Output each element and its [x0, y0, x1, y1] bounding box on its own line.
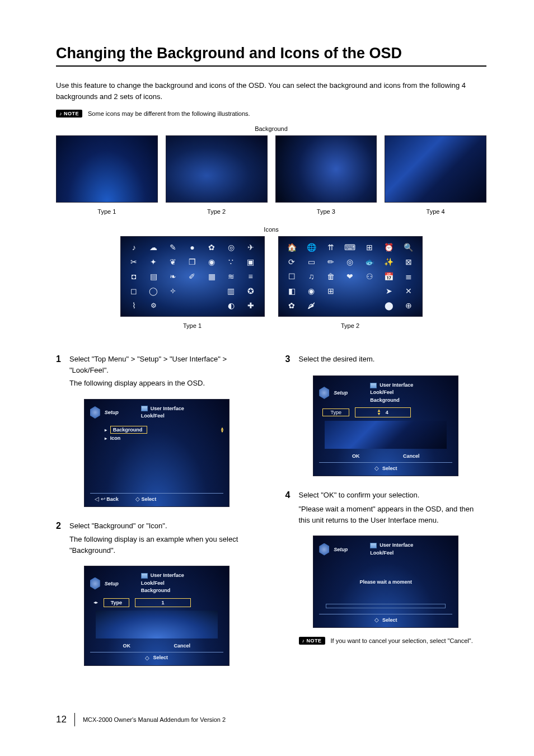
footer-divider: [74, 713, 75, 726]
setup-icon: [90, 577, 100, 590]
osd-screenshot-1: Setup User Interface Look/Feel Backgroun…: [84, 399, 229, 507]
osd-preview-1: [96, 611, 218, 638]
left-column: 1 Select "Top Menu" > "Setup" > "User In…: [56, 354, 257, 668]
osd-cancel-1: Cancel: [174, 643, 190, 649]
step-3: 3 Select the desired item.: [285, 354, 487, 365]
osd-lookfeel-label: Look/Feel: [141, 412, 184, 420]
osd-lookfeel-label-3: Look/Feel: [370, 389, 413, 397]
step-1-num: 1: [56, 354, 64, 375]
bg-type-4-label: Type 4: [427, 208, 445, 215]
bg-type-1: Type 1: [56, 135, 158, 215]
step-1: 1 Select "Top Menu" > "Setup" > "User In…: [56, 354, 257, 389]
footer-text: MCX-2000 Owner's Manual Addendum for Ver…: [83, 716, 226, 723]
bg-type-3-label: Type 3: [317, 208, 335, 215]
icons-label: Icons: [56, 226, 486, 233]
ui-icon: [141, 406, 148, 411]
osd-select-2: Select: [153, 655, 168, 660]
note-line-1: NOTE Some icons may be different from th…: [56, 110, 486, 118]
osd-select-3: Select: [382, 466, 397, 471]
osd-cancel-3: Cancel: [403, 453, 420, 459]
step-1-text: Select "Top Menu" > "Setup" > "User Inte…: [69, 354, 257, 375]
background-thumbnails-row: Type 1 Type 2 Type 3 Type 4: [56, 135, 486, 215]
icon-set-1-label: Type 1: [183, 322, 202, 329]
osd-screenshot-3: Setup User Interface Look/Feel Backgroun…: [313, 375, 458, 477]
icon-grid-2: 🏠🌐⇈⌨⊞⏰🔍 ⟳▭✏◎🐟✨⊠ ☐♫🗑❤⚇📅≣ ◧◉⊞➤✕ ✿🌶⬤⊕: [278, 236, 423, 317]
ui-icon: [370, 543, 377, 548]
osd-select-label: Select: [142, 496, 157, 502]
step-4-sub: "Please wait a moment" appears in the OS…: [299, 504, 487, 525]
bg-type-3: Type 3: [275, 135, 377, 215]
osd-ui-label-4: User Interface: [380, 542, 413, 550]
osd-setup-label: Setup: [105, 410, 119, 415]
bg-type-1-label: Type 1: [97, 208, 116, 215]
osd-screenshot-2: Setup User Interface Look/Feel Backgroun…: [84, 566, 229, 666]
note-icon: NOTE: [299, 637, 325, 645]
bg-type-2-label: Type 2: [207, 208, 226, 215]
icon-set-1: ♪☁✎●✿◎✈ ✂✦❦❒◉∵▣ ◘▤❧✐▦≋≡ ◻◯✧▥✪ ⌇⚙◐✚ Type …: [120, 236, 265, 329]
bg-type-2: Type 2: [166, 135, 268, 215]
osd-item-icon: Icon: [110, 435, 121, 441]
right-column: 3 Select the desired item. Setup User In…: [285, 354, 487, 668]
step-2: 2 Select "Background" or "Icon". The fol…: [56, 520, 257, 556]
setup-icon: [319, 543, 329, 556]
osd-screenshot-4: Setup User Interface Look/Feel Please wa…: [313, 536, 458, 628]
step-2-sub: The following display is an example when…: [69, 534, 257, 556]
osd-ui-label: User Interface: [151, 405, 184, 413]
osd-type-value-4: 4: [386, 410, 388, 415]
osd-preview-3: [325, 421, 447, 449]
bg-thumb-2: [166, 135, 268, 203]
osd-setup-label-3: Setup: [334, 390, 348, 396]
title-rule: [56, 65, 486, 67]
page-footer: 12 MCX-2000 Owner's Manual Addendum for …: [56, 713, 486, 726]
osd-ok-3: OK: [352, 453, 360, 459]
osd-type-label-3: Type: [322, 408, 349, 416]
page-number: 12: [56, 714, 67, 725]
bg-type-4: Type 4: [385, 135, 486, 215]
osd-lookfeel-label-4: Look/Feel: [370, 550, 413, 557]
ui-icon: [370, 383, 377, 388]
osd-item-background: Background: [110, 426, 148, 434]
step-3-text: Select the desired item.: [299, 354, 375, 365]
bg-thumb-1: [56, 135, 158, 203]
osd-lookfeel-label-2: Look/Feel: [141, 580, 184, 588]
osd-type-value-1: 1: [162, 600, 165, 605]
step-4-text: Select "OK" to confirm your selection.: [299, 490, 420, 501]
icon-grid-1: ♪☁✎●✿◎✈ ✂✦❦❒◉∵▣ ◘▤❧✐▦≋≡ ◻◯✧▥✪ ⌇⚙◐✚: [120, 236, 265, 317]
osd-setup-label-4: Setup: [334, 547, 348, 552]
step-4-num: 4: [285, 490, 293, 501]
icon-set-2-label: Type 2: [341, 322, 359, 329]
osd-ui-label-3: User Interface: [380, 382, 413, 389]
icon-sets-row: ♪☁✎●✿◎✈ ✂✦❦❒◉∵▣ ◘▤❧✐▦≋≡ ◻◯✧▥✪ ⌇⚙◐✚ Type …: [56, 236, 486, 329]
osd-background-breadcrumb-3: Background: [370, 397, 413, 405]
step-3-num: 3: [285, 354, 293, 365]
setup-icon: [319, 387, 329, 399]
osd-ui-label-2: User Interface: [151, 572, 184, 580]
setup-icon: [90, 406, 100, 419]
icon-set-2: 🏠🌐⇈⌨⊞⏰🔍 ⟳▭✏◎🐟✨⊠ ☐♫🗑❤⚇📅≣ ◧◉⊞➤✕ ✿🌶⬤⊕ Type …: [278, 236, 423, 329]
note-text: Some icons may be different from the fol…: [88, 110, 250, 117]
note-2-text: If you want to cancel your selection, se…: [331, 637, 473, 644]
osd-setup-label-2: Setup: [105, 581, 119, 586]
osd-ok-1: OK: [123, 643, 130, 649]
step-2-text: Select "Background" or "Icon".: [69, 520, 167, 532]
ui-icon: [141, 573, 148, 579]
step-4: 4 Select "OK" to confirm your selection.…: [285, 490, 487, 525]
note-line-2: NOTE If you want to cancel your selectio…: [299, 637, 487, 645]
page-title: Changing the Background and Icons of the…: [56, 45, 486, 62]
bg-thumb-3: [275, 135, 377, 203]
step-2-num: 2: [56, 520, 64, 532]
osd-back-label: Back: [106, 496, 119, 502]
osd-type-label: Type: [104, 598, 129, 607]
osd-background-breadcrumb: Background: [141, 587, 184, 595]
background-label: Background: [56, 125, 486, 132]
osd-wait-message: Please wait a moment: [319, 579, 452, 585]
intro-paragraph: Use this feature to change the backgroun…: [56, 80, 486, 102]
osd-select-4: Select: [382, 617, 397, 623]
bg-thumb-4: [385, 135, 486, 203]
step-1-sub: The following display appears in the OSD…: [69, 378, 257, 389]
note-icon: NOTE: [56, 110, 82, 118]
